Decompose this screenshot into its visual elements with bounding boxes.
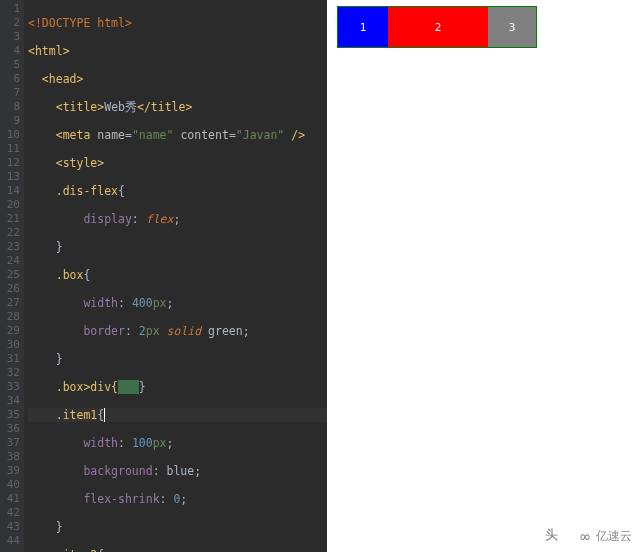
code-line: <title>Web秀</title> bbox=[28, 100, 327, 114]
flex-box: 1 2 3 bbox=[337, 6, 537, 48]
line-num: 30 bbox=[0, 338, 20, 352]
line-num: 11 bbox=[0, 142, 20, 156]
code-line: width: 400px; bbox=[28, 296, 327, 310]
line-gutter: 1 2 3 4 5 6 7 8 9 10 11 12 13 14 20 21 2… bbox=[0, 0, 24, 552]
line-num: 42 bbox=[0, 506, 20, 520]
line-num: 28 bbox=[0, 310, 20, 324]
line-num: 23 bbox=[0, 240, 20, 254]
line-num: 29 bbox=[0, 324, 20, 338]
line-num: 25 bbox=[0, 268, 20, 282]
code-line: .dis-flex{ bbox=[28, 184, 327, 198]
line-num: 14 bbox=[0, 184, 20, 198]
code-line: background: blue; bbox=[28, 464, 327, 478]
line-num: 3 bbox=[0, 30, 20, 44]
code-line: .item2{ bbox=[28, 548, 327, 552]
code-line: <head> bbox=[28, 72, 327, 86]
line-num: 31 bbox=[0, 352, 20, 366]
watermark-text: 亿速云 bbox=[596, 528, 632, 545]
line-num: 4 bbox=[0, 44, 20, 58]
line-num: 38 bbox=[0, 450, 20, 464]
code-area[interactable]: <!DOCTYPE html> <html> <head> <title>Web… bbox=[24, 0, 327, 552]
line-num: 27 bbox=[0, 296, 20, 310]
flex-item-3: 3 bbox=[488, 7, 536, 47]
line-num: 33 bbox=[0, 380, 20, 394]
line-num: 24 bbox=[0, 254, 20, 268]
code-editor[interactable]: 1 2 3 4 5 6 7 8 9 10 11 12 13 14 20 21 2… bbox=[0, 0, 327, 552]
line-num: 35 bbox=[0, 408, 20, 422]
code-line: } bbox=[28, 240, 327, 254]
head-icon: 头 bbox=[545, 526, 558, 544]
line-num: 7 bbox=[0, 86, 20, 100]
code-line: <html> bbox=[28, 44, 327, 58]
code-line: } bbox=[28, 352, 327, 366]
line-num: 39 bbox=[0, 464, 20, 478]
code-line: width: 100px; bbox=[28, 436, 327, 450]
line-num: 32 bbox=[0, 366, 20, 380]
line-num: 13 bbox=[0, 170, 20, 184]
code-line: .box>div{ } bbox=[28, 380, 327, 394]
line-num: 8 bbox=[0, 100, 20, 114]
flex-item-1: 1 bbox=[338, 7, 388, 47]
code-line: } bbox=[28, 520, 327, 534]
code-line: <meta name="name" content="Javan" /> bbox=[28, 128, 327, 142]
line-num: 10 bbox=[0, 128, 20, 142]
infinity-icon: ∞ bbox=[580, 527, 590, 546]
code-line: .item1{ bbox=[28, 408, 327, 422]
preview-pane: 1 2 3 头 ∞ 亿速云 bbox=[327, 0, 640, 552]
watermark: ∞ 亿速云 bbox=[580, 527, 632, 546]
code-line: flex-shrink: 0; bbox=[28, 492, 327, 506]
line-num: 26 bbox=[0, 282, 20, 296]
line-num: 5 bbox=[0, 58, 20, 72]
code-line: .box{ bbox=[28, 268, 327, 282]
line-num: 9 bbox=[0, 114, 20, 128]
line-num: 22 bbox=[0, 226, 20, 240]
line-num: 37 bbox=[0, 436, 20, 450]
line-num: 36 bbox=[0, 422, 20, 436]
line-num: 6 bbox=[0, 72, 20, 86]
code-line: <style> bbox=[28, 156, 327, 170]
code-line: display: flex; bbox=[28, 212, 327, 226]
line-num: 44 bbox=[0, 534, 20, 548]
line-num: 43 bbox=[0, 520, 20, 534]
line-num: 1 bbox=[0, 2, 20, 16]
code-line: <!DOCTYPE html> bbox=[28, 16, 327, 30]
line-num: 40 bbox=[0, 478, 20, 492]
line-num: 12 bbox=[0, 156, 20, 170]
line-num: 34 bbox=[0, 394, 20, 408]
line-num: 2 bbox=[0, 16, 20, 30]
line-num: 20 bbox=[0, 198, 20, 212]
line-num: 41 bbox=[0, 492, 20, 506]
line-num: 21 bbox=[0, 212, 20, 226]
flex-item-2: 2 bbox=[388, 7, 488, 47]
code-line: border: 2px solid green; bbox=[28, 324, 327, 338]
